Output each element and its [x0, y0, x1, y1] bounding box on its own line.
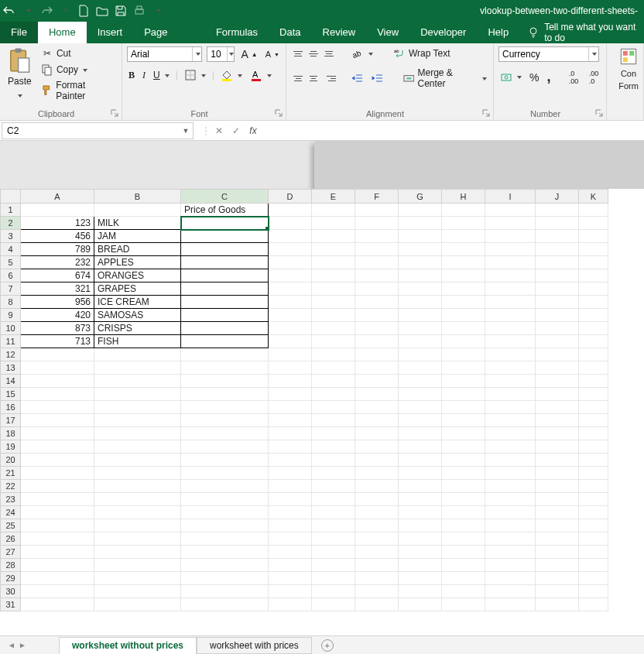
cell-G3[interactable] — [399, 230, 442, 243]
row-header-6[interactable]: 6 — [1, 269, 21, 282]
row-header-28[interactable]: 28 — [1, 559, 21, 572]
accounting-button[interactable] — [498, 70, 523, 84]
undo-icon[interactable] — [3, 5, 15, 17]
cell-D24[interactable] — [269, 506, 312, 519]
cell-G4[interactable] — [399, 243, 442, 256]
cell-I13[interactable] — [485, 361, 536, 375]
cell-F13[interactable] — [355, 361, 399, 375]
cell-C13[interactable] — [181, 361, 269, 375]
cell-D2[interactable] — [269, 217, 312, 230]
cell-J17[interactable] — [536, 414, 579, 427]
cell-J29[interactable] — [536, 572, 579, 585]
cell-H8[interactable] — [442, 296, 485, 309]
decrease-indent-button[interactable] — [350, 71, 365, 85]
cell-K19[interactable] — [579, 440, 608, 454]
sheet-tab-active[interactable]: worksheet without prices — [59, 637, 197, 654]
cell-C6[interactable] — [181, 269, 269, 282]
cell-A26[interactable] — [21, 532, 94, 546]
sheet-tab-other[interactable]: worksheet with prices — [197, 637, 312, 654]
cell-B16[interactable] — [94, 401, 181, 414]
row-header-30[interactable]: 30 — [1, 585, 21, 598]
cell-C23[interactable] — [181, 493, 269, 506]
cell-C15[interactable] — [181, 388, 269, 401]
cell-A23[interactable] — [21, 493, 94, 506]
cell-G6[interactable] — [399, 269, 442, 282]
cell-K8[interactable] — [579, 296, 608, 309]
cell-H25[interactable] — [442, 519, 485, 532]
row-header-8[interactable]: 8 — [1, 296, 21, 309]
cell-C20[interactable] — [181, 454, 269, 467]
cell-E25[interactable] — [312, 519, 355, 532]
cell-D6[interactable] — [269, 269, 312, 282]
cell-J27[interactable] — [536, 546, 579, 559]
select-all-corner[interactable] — [1, 190, 21, 204]
cell-D7[interactable] — [269, 282, 312, 296]
cell-B15[interactable] — [94, 388, 181, 401]
underline-dropdown[interactable] — [163, 70, 170, 80]
cell-D17[interactable] — [269, 414, 312, 427]
row-header-17[interactable]: 17 — [1, 414, 21, 427]
cell-I31[interactable] — [485, 598, 536, 611]
cell-K4[interactable] — [579, 243, 608, 256]
cell-H9[interactable] — [442, 309, 485, 322]
cell-D4[interactable] — [269, 243, 312, 256]
cell-G26[interactable] — [399, 532, 442, 546]
font-size-combo[interactable] — [207, 46, 235, 62]
cell-H22[interactable] — [442, 480, 485, 493]
cell-D10[interactable] — [269, 322, 312, 335]
cell-K20[interactable] — [579, 454, 608, 467]
cell-J28[interactable] — [536, 559, 579, 572]
cell-C24[interactable] — [181, 506, 269, 519]
cell-B9[interactable]: SAMOSAS — [94, 309, 181, 322]
cell-C19[interactable] — [181, 440, 269, 454]
cell-G10[interactable] — [399, 322, 442, 335]
cell-B27[interactable] — [94, 546, 181, 559]
cell-K2[interactable] — [579, 217, 608, 230]
row-header-4[interactable]: 4 — [1, 243, 21, 256]
cell-E20[interactable] — [312, 454, 355, 467]
conditional-formatting-button[interactable]: Con Form — [611, 46, 644, 91]
cell-K12[interactable] — [579, 348, 608, 361]
cell-B23[interactable] — [94, 493, 181, 506]
cell-I18[interactable] — [485, 427, 536, 440]
cell-A6[interactable]: 674 — [21, 269, 94, 282]
decrease-decimal-button[interactable]: .00.0 — [586, 70, 601, 84]
cell-A18[interactable] — [21, 427, 94, 440]
col-header-G[interactable]: G — [399, 190, 442, 204]
cell-A13[interactable] — [21, 361, 94, 375]
cell-D11[interactable] — [269, 335, 312, 348]
row-header-15[interactable]: 15 — [1, 388, 21, 401]
font-color-dropdown[interactable] — [265, 70, 272, 80]
tab-page-layout[interactable]: Page Layout — [133, 22, 205, 43]
cell-K5[interactable] — [579, 256, 608, 269]
grow-font-button[interactable]: A▲ — [239, 47, 259, 61]
cell-K24[interactable] — [579, 506, 608, 519]
cell-C10[interactable] — [181, 322, 269, 335]
align-center-button[interactable] — [307, 73, 320, 84]
cell-A28[interactable] — [21, 559, 94, 572]
cell-J7[interactable] — [536, 282, 579, 296]
cell-C29[interactable] — [181, 572, 269, 585]
redo-icon[interactable] — [40, 5, 53, 17]
cell-K1[interactable] — [579, 204, 608, 217]
col-header-A[interactable]: A — [21, 190, 94, 204]
cell-E21[interactable] — [312, 467, 355, 480]
cell-H10[interactable] — [442, 322, 485, 335]
cell-D1[interactable] — [269, 204, 312, 217]
cell-C14[interactable] — [181, 375, 269, 388]
cell-B1[interactable] — [94, 204, 181, 217]
cell-J25[interactable] — [536, 519, 579, 532]
cell-A11[interactable]: 713 — [21, 335, 94, 348]
cell-J20[interactable] — [536, 454, 579, 467]
cell-H20[interactable] — [442, 454, 485, 467]
cell-K14[interactable] — [579, 375, 608, 388]
paste-dropdown[interactable] — [16, 90, 22, 101]
cell-I14[interactable] — [485, 375, 536, 388]
cell-J19[interactable] — [536, 440, 579, 454]
cell-B5[interactable]: APPLES — [94, 256, 181, 269]
cell-F25[interactable] — [355, 519, 399, 532]
cell-K3[interactable] — [579, 230, 608, 243]
row-header-10[interactable]: 10 — [1, 322, 21, 335]
name-box-dropdown[interactable]: ▼ — [179, 127, 193, 135]
underline-button[interactable]: U — [152, 69, 171, 81]
